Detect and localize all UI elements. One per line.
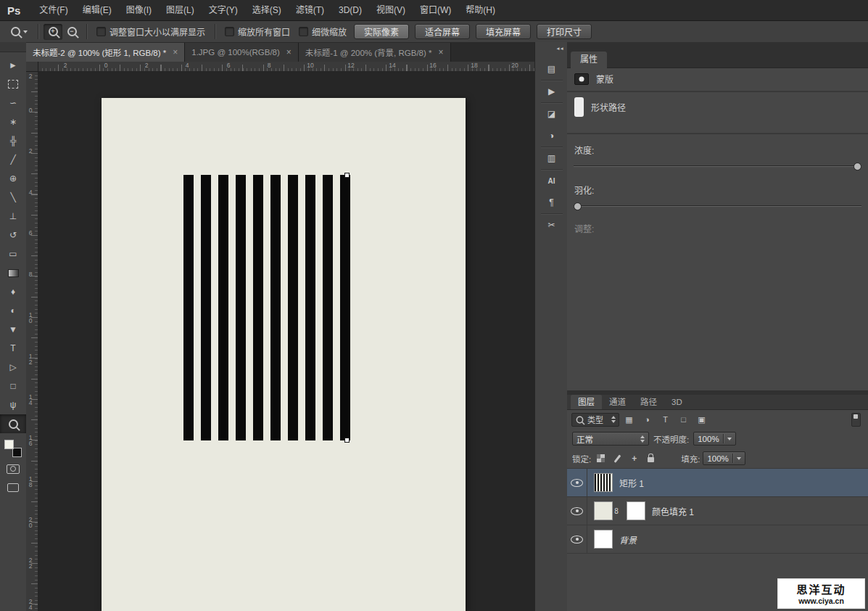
transform-handle-bottom-right[interactable] xyxy=(344,438,350,443)
layer-thumbnail[interactable] xyxy=(594,530,613,549)
menu-help[interactable]: 帮助(H) xyxy=(458,0,503,20)
zoom-tool-preset[interactable] xyxy=(6,24,33,40)
menu-view[interactable]: 视图(V) xyxy=(369,0,413,20)
scrubby-zoom-checkbox[interactable]: 细微缩放 xyxy=(299,25,347,38)
fill-screen-button[interactable]: 填充屏幕 xyxy=(476,24,531,39)
filter-toggle-switch[interactable] xyxy=(851,413,861,427)
menu-edit[interactable]: 编辑(E) xyxy=(75,0,119,20)
blur-tool[interactable]: ♦ xyxy=(0,282,26,301)
layer-row-background[interactable]: 背景 xyxy=(567,525,868,554)
visibility-toggle[interactable] xyxy=(567,525,587,553)
feather-slider-knob[interactable] xyxy=(574,202,582,210)
layer-row-color-fill-1[interactable]: 8 颜色填充 1 xyxy=(567,497,868,525)
brush-tool[interactable]: ╲ xyxy=(0,188,26,207)
foreground-color-swatch[interactable] xyxy=(4,440,14,449)
lock-position-button[interactable]: + xyxy=(627,451,641,465)
menu-file[interactable]: 文件(F) xyxy=(32,0,75,20)
chevron-down-icon[interactable] xyxy=(737,457,741,460)
move-tool[interactable]: ► xyxy=(0,56,26,75)
density-slider-knob[interactable] xyxy=(853,163,861,171)
actual-pixels-button[interactable]: 实际像素 xyxy=(354,24,409,39)
tool-presets-panel-button[interactable]: ✂ xyxy=(540,216,563,234)
type-tool[interactable]: T xyxy=(0,339,26,358)
close-icon[interactable]: × xyxy=(286,47,292,57)
tab-layers[interactable]: 图层 xyxy=(571,395,602,409)
blend-mode-select[interactable]: 正常 xyxy=(572,432,649,446)
menu-select[interactable]: 选择(S) xyxy=(245,0,289,20)
visibility-toggle[interactable] xyxy=(567,469,587,496)
layer-mask-thumbnail[interactable] xyxy=(627,501,645,520)
eyedropper-tool[interactable]: ╱ xyxy=(0,150,26,169)
print-size-button[interactable]: 打印尺寸 xyxy=(537,24,592,39)
menu-window[interactable]: 窗口(W) xyxy=(413,0,458,20)
info-panel-button[interactable]: ◪ xyxy=(540,105,563,123)
filter-smart-objects-button[interactable]: ▣ xyxy=(693,412,710,427)
fit-screen-button[interactable]: 适合屏幕 xyxy=(415,24,470,39)
layer-filter-dropdown[interactable]: 类型 xyxy=(571,413,619,427)
tab-untitled-1[interactable]: 未标题-1 @ 200% (背景, RGB/8) * × xyxy=(299,43,451,62)
close-icon[interactable]: × xyxy=(439,47,444,57)
eraser-tool[interactable]: ▭ xyxy=(0,245,26,263)
quick-selection-tool[interactable]: ∗ xyxy=(0,112,26,131)
dodge-tool[interactable]: ◐ xyxy=(0,301,26,320)
healing-brush-tool[interactable]: ⊕ xyxy=(0,169,26,188)
feather-slider[interactable] xyxy=(574,205,861,206)
character-panel-button[interactable]: AI xyxy=(540,172,563,189)
color-swatches[interactable] xyxy=(4,439,22,458)
tab-3d[interactable]: 3D xyxy=(664,395,690,409)
fill-input[interactable]: 100% xyxy=(703,451,745,465)
styles-panel-button[interactable]: ▥ xyxy=(540,149,563,167)
hand-tool[interactable]: ψ xyxy=(0,395,26,414)
lock-pixels-button[interactable] xyxy=(611,451,624,465)
rectangular-marquee-tool[interactable] xyxy=(0,75,26,94)
history-panel-button[interactable]: ▤ xyxy=(540,60,563,78)
tab-channels[interactable]: 通道 xyxy=(602,395,633,409)
collapse-dock-icon[interactable]: ◄◄ xyxy=(555,46,563,51)
close-icon[interactable]: × xyxy=(173,47,178,57)
menu-layer[interactable]: 图层(L) xyxy=(159,0,202,20)
stripes-shape[interactable] xyxy=(183,175,350,440)
clone-stamp-tool[interactable]: ⊥ xyxy=(0,207,26,226)
menu-type[interactable]: 文字(Y) xyxy=(202,0,245,20)
zoom-tool[interactable] xyxy=(0,414,26,433)
resize-windows-to-fit-checkbox[interactable]: 调整窗口大小以满屏显示 xyxy=(96,25,205,38)
filter-pixel-layers-button[interactable]: ▦ xyxy=(621,412,637,427)
menu-3d[interactable]: 3D(D) xyxy=(331,0,369,20)
tab-paths[interactable]: 路径 xyxy=(633,395,664,409)
quick-mask-button[interactable] xyxy=(0,459,26,478)
screen-mode-button[interactable] xyxy=(0,478,26,497)
history-brush-tool[interactable]: ↺ xyxy=(0,226,26,245)
filter-adjustment-layers-button[interactable]: ◑ xyxy=(639,412,656,427)
filter-shape-layers-button[interactable]: □ xyxy=(675,412,692,427)
zoom-in-button[interactable]: + xyxy=(44,24,62,40)
path-selection-tool[interactable]: ▷ xyxy=(0,358,26,377)
opacity-input[interactable]: 100% xyxy=(693,432,735,446)
menu-image[interactable]: 图像(I) xyxy=(119,0,159,20)
canvas[interactable] xyxy=(38,71,534,611)
chevron-down-icon[interactable] xyxy=(727,438,732,440)
lasso-tool[interactable]: ∽ xyxy=(0,94,26,112)
menu-filter[interactable]: 滤镜(T) xyxy=(289,0,331,20)
transform-handle-top-right[interactable] xyxy=(344,173,350,178)
density-slider[interactable] xyxy=(574,165,861,166)
zoom-out-button[interactable]: − xyxy=(62,24,81,40)
rectangle-tool[interactable]: □ xyxy=(0,377,26,395)
tab-properties[interactable]: 属性 xyxy=(571,52,607,68)
pen-tool[interactable]: ▼ xyxy=(0,320,26,339)
layer-thumbnail[interactable] xyxy=(594,473,613,492)
adjustments-panel-button[interactable]: ◑ xyxy=(540,127,563,144)
fill-layer-thumbnail[interactable] xyxy=(594,501,613,520)
gradient-tool[interactable] xyxy=(0,263,26,282)
zoom-all-windows-checkbox[interactable]: 缩放所有窗口 xyxy=(225,25,290,38)
visibility-toggle[interactable] xyxy=(567,497,587,525)
lock-all-button[interactable] xyxy=(644,451,658,465)
tab-untitled-2[interactable]: 未标题-2 @ 100% (矩形 1, RGB/8) * × xyxy=(26,43,185,62)
crop-tool[interactable]: ╬ xyxy=(0,131,26,150)
paragraph-panel-button[interactable]: ¶ xyxy=(540,194,563,211)
layer-row-rectangle-1[interactable]: 矩形 1 xyxy=(567,469,868,497)
tab-1jpg[interactable]: 1.JPG @ 100%(RGB/8) × xyxy=(185,43,299,62)
filter-type-layers-button[interactable]: T xyxy=(657,412,674,427)
toolbar-grip[interactable] xyxy=(0,42,26,52)
document-canvas[interactable] xyxy=(102,98,466,611)
lock-transparency-button[interactable] xyxy=(594,451,608,465)
